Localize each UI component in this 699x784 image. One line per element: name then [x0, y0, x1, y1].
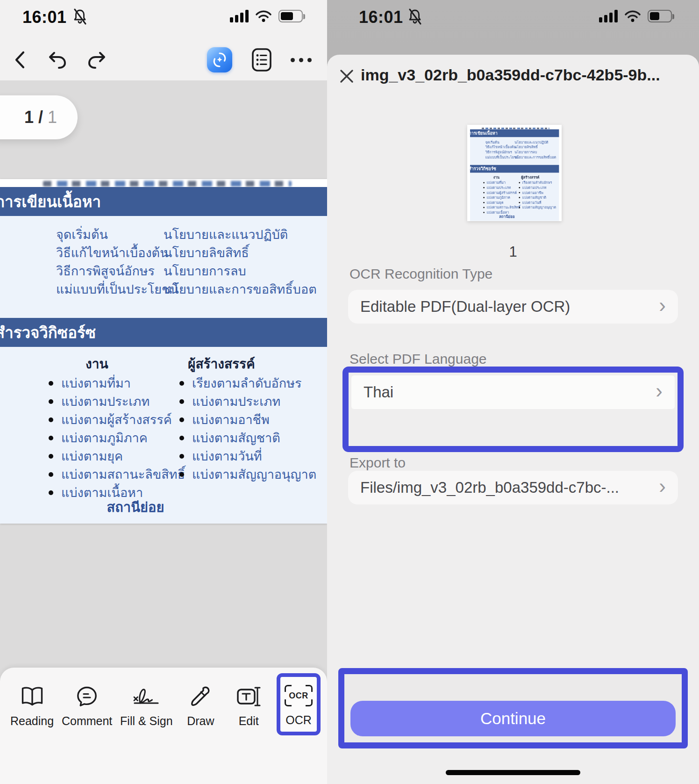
close-button[interactable]	[335, 65, 358, 87]
continue-highlight-box: Continue	[338, 668, 688, 748]
doc-bullet-link[interactable]: แบ่งตามสถานะลิขสิทธิ์	[49, 468, 185, 481]
toolbar-label: Fill & Sign	[120, 714, 173, 728]
pdf-viewer-panel: 16:01	[0, 0, 327, 784]
toolbar-item-comment[interactable]: Comment	[62, 668, 112, 728]
toolbar-label: Reading	[10, 714, 54, 728]
signal-icon	[599, 9, 618, 22]
export-label: Export to	[350, 455, 406, 471]
ocr-scan-icon: OCR	[285, 683, 313, 708]
page-indicator: 1 / 1	[0, 95, 78, 139]
doc-link[interactable]: จุดเริ่มต้น	[56, 228, 179, 241]
status-time: 16:01	[359, 7, 403, 27]
toolbar-item-draw[interactable]: Draw	[180, 668, 221, 728]
doc-column-header-creators: ผู้สร้างสรรค์	[188, 353, 255, 374]
doc-link[interactable]: นโยบายและการขอสิทธิ์บอต	[164, 283, 317, 296]
doc-link[interactable]: วิธีแก้ไขหน้าเบื้องต้น	[56, 246, 179, 259]
doc-bullet-link[interactable]: แบ่งตามประเภท	[49, 395, 185, 408]
doc-bullet-link[interactable]: แบ่งตามอาชีพ	[179, 413, 316, 426]
signature-icon	[131, 684, 162, 709]
doc-bullet-list-1: แบ่งตามที่มา แบ่งตามประเภท แบ่งตามผู้สร้…	[49, 377, 185, 499]
status-right-icons	[599, 9, 672, 22]
screen: 16:01	[0, 0, 699, 784]
page-current: 1	[24, 108, 34, 127]
toolbar-label: Draw	[187, 714, 214, 728]
doc-bullet-link[interactable]: แบ่งตามภูมิภาค	[49, 432, 185, 445]
doc-bullet-link[interactable]: แบ่งตามสัญญาอนุญาต	[179, 468, 316, 481]
doc-section1-title: การเขียนเนื้อหา	[0, 189, 101, 214]
doc-link[interactable]: วิธีการพิสูจน์อักษร	[56, 265, 179, 278]
chevron-right-icon: ›	[656, 381, 663, 401]
chevron-right-icon: ›	[659, 476, 666, 496]
continue-button[interactable]: Continue	[350, 701, 676, 736]
home-indicator[interactable]	[446, 770, 580, 775]
ocr-settings-sheet: img_v3_02rb_b0a359dd-c7bc-42b5-9b... การ…	[327, 55, 699, 784]
doc-footer-link[interactable]: สถานีย่อย	[0, 496, 271, 518]
doc-bullet-list-2: เรียงตามลำดับอักษร แบ่งตามประเภท แบ่งตาม…	[179, 377, 316, 481]
doc-link[interactable]: นโยบายการลบ	[164, 265, 317, 278]
undo-button[interactable]	[43, 45, 71, 75]
more-button[interactable]	[287, 45, 315, 75]
comment-bubble-icon	[76, 684, 98, 709]
back-button[interactable]	[6, 45, 34, 75]
language-row[interactable]: Thai ›	[351, 375, 675, 409]
marker-icon	[190, 684, 211, 709]
ocr-type-value: Editable PDF(Dual-layer OCR)	[360, 298, 570, 316]
toolbar-item-reading[interactable]: Reading	[10, 668, 54, 728]
chevron-right-icon: ›	[659, 295, 666, 316]
ocr-type-label: OCR Recognition Type	[350, 266, 492, 282]
doc-link[interactable]: นโยบายลิขสิทธิ์	[164, 246, 317, 259]
doc-section2-title: สำรวจวิกิซอร์ซ	[0, 320, 96, 345]
doc-bullet-link[interactable]: แบ่งตามยุค	[49, 450, 185, 463]
wifi-icon	[255, 10, 272, 22]
wifi-icon	[624, 10, 641, 22]
doc-bullet-link[interactable]: แบ่งตามที่มา	[49, 377, 185, 390]
language-value: Thai	[364, 383, 393, 401]
page-total: 1	[48, 108, 57, 127]
status-bar: 16:01	[0, 6, 327, 30]
doc-link[interactable]: นโยบายและแนวปฏิบัติ	[164, 228, 317, 241]
sheet-header: img_v3_02rb_b0a359dd-c7bc-42b5-9b...	[327, 55, 699, 95]
doc-links-column-2: นโยบายและแนวปฏิบัติ นโยบายลิขสิทธิ์ นโยบ…	[164, 228, 317, 296]
doc-section1-body: จุดเริ่มต้น วิธีแก้ไขหน้าเบื้องต้น วิธีก…	[0, 216, 327, 318]
doc-section2-body: งาน ผู้สร้างสรรค์ แบ่งตามที่มา แบ่งตามปร…	[0, 347, 327, 524]
doc-bullet-link[interactable]: แบ่งตามสัญชาติ	[179, 432, 316, 445]
bell-muted-icon	[72, 8, 87, 25]
battery-icon	[278, 10, 303, 22]
redo-button[interactable]	[83, 45, 111, 75]
viewer-top-chrome: 16:01	[0, 0, 327, 80]
doc-links-column-1: จุดเริ่มต้น วิธีแก้ไขหน้าเบื้องต้น วิธีก…	[56, 228, 179, 296]
ocr-type-row[interactable]: Editable PDF(Dual-layer OCR) ›	[348, 290, 678, 324]
ai-assistant-icon	[207, 47, 232, 72]
toolbar-item-edit[interactable]: Edit	[228, 668, 269, 728]
viewer-toolbar	[0, 45, 327, 78]
doc-section2-header: สำรวจวิกิซอร์ซ	[0, 318, 327, 347]
bell-muted-icon	[407, 8, 422, 25]
doc-link[interactable]: แม่แบบที่เป็นประโยชน์	[56, 283, 179, 296]
doc-bullet-link[interactable]: แบ่งตามประเภท	[179, 395, 316, 408]
book-open-icon	[20, 684, 45, 709]
bottom-toolbar: Reading Comment Fill & Sign	[0, 668, 327, 784]
page-separator: /	[38, 108, 43, 127]
language-highlight-box: Thai ›	[342, 367, 684, 452]
battery-icon	[648, 10, 672, 22]
thumbnail-document: การเขียนเนื้อหา จุดเริ่มต้น วิธีแก้ไขหน้…	[467, 125, 562, 221]
thumbnail-page-number: 1	[327, 244, 699, 260]
toolbar-item-ocr[interactable]: OCR OCR	[280, 677, 317, 732]
toolbar-item-fill-sign[interactable]: Fill & Sign	[120, 668, 173, 728]
export-row[interactable]: Files/img_v3_02rb_b0a359dd-c7bc-... ›	[348, 471, 678, 504]
text-edit-icon	[235, 684, 262, 709]
signal-icon	[230, 9, 249, 22]
ai-assistant-button[interactable]	[206, 45, 234, 75]
status-right-icons	[230, 9, 303, 22]
pdf-document: การเขียนเนื้อหา จุดเริ่มต้น วิธีแก้ไขหน้…	[0, 179, 327, 524]
doc-section1-header: การเขียนเนื้อหา	[0, 187, 327, 216]
doc-bullet-link[interactable]: เรียงตามลำดับอักษร	[179, 377, 316, 390]
doc-column-header-works: งาน	[86, 353, 108, 374]
doc-bullet-link[interactable]: แบ่งตามผู้สร้างสรรค์	[49, 413, 185, 426]
x-close-icon	[338, 68, 355, 85]
outline-button[interactable]	[248, 45, 276, 75]
export-value: Files/img_v3_02rb_b0a359dd-c7bc-...	[360, 479, 619, 496]
more-ellipsis-icon	[291, 58, 312, 62]
doc-bullet-link[interactable]: แบ่งตามวันที่	[179, 450, 316, 463]
ocr-sheet-panel: 16:01 img_v3_02rb_b0a359dd-c7bc-42b5-9b.…	[327, 0, 699, 784]
